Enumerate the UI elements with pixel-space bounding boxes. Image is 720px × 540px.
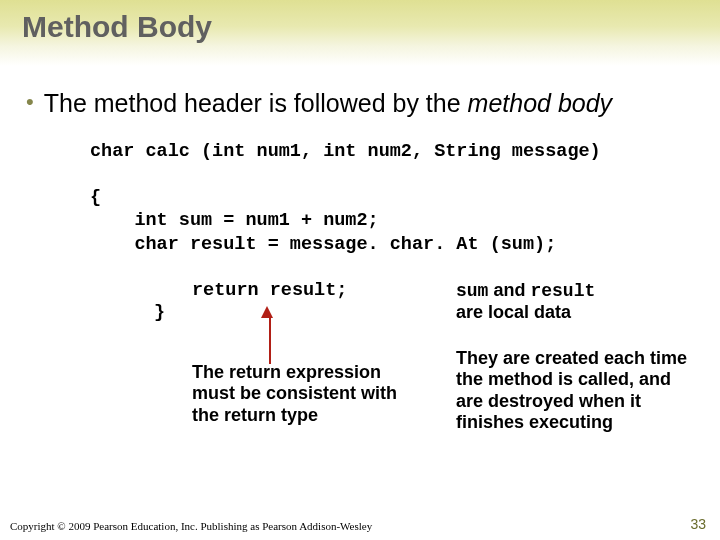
note-localdata-rest: are local data [456, 302, 571, 322]
note-result: result [530, 281, 595, 301]
bullet-item: • The method header is followed by the m… [26, 88, 694, 118]
note-sum: sum [456, 281, 488, 301]
bullet-part1: The method header is followed by the [44, 89, 468, 117]
code-block: char calc (int num1, int num2, String me… [90, 140, 694, 256]
header-band: Method Body [0, 0, 720, 66]
slide-title: Method Body [22, 10, 720, 44]
bullet-dot-icon: • [26, 88, 34, 116]
page-number: 33 [690, 516, 706, 532]
bullet-italic: method body [468, 89, 613, 117]
note-local-data: sum and result are local data [456, 280, 686, 324]
code-open-brace: { [90, 187, 101, 208]
code-signature: char calc (int num1, int num2, String me… [90, 141, 601, 162]
code-return: return result; [192, 280, 347, 301]
code-close-brace: } [154, 302, 165, 323]
content-area: • The method header is followed by the m… [0, 66, 720, 256]
arrow-icon [266, 306, 273, 364]
note-and: and [488, 280, 530, 300]
bullet-text: The method header is followed by the met… [44, 88, 612, 118]
note-return-type: The return expression must be consistent… [192, 362, 422, 427]
code-line-1: int sum = num1 + num2; [90, 210, 379, 231]
code-line-2: char result = message. char. At (sum); [90, 234, 556, 255]
note-lifecycle: They are created each time the method is… [456, 348, 696, 434]
copyright-footer: Copyright © 2009 Pearson Education, Inc.… [10, 520, 372, 532]
